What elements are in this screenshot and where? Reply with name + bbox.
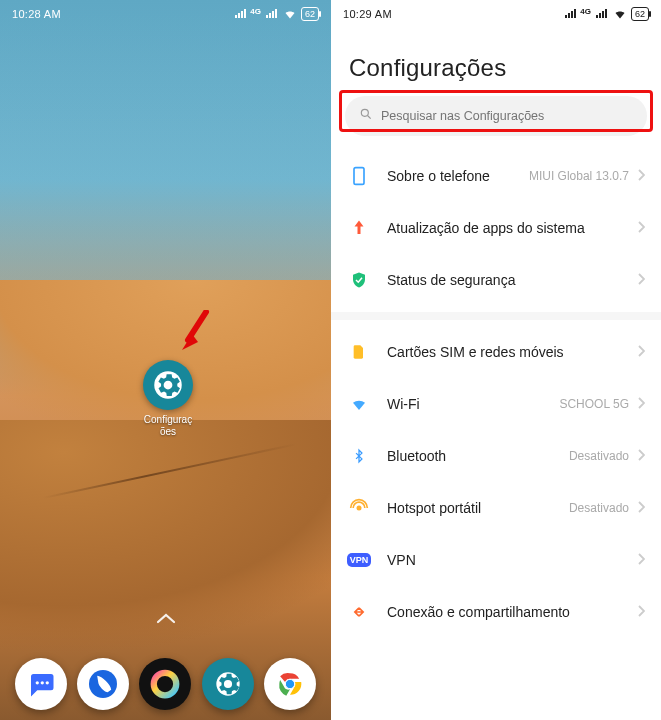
dock-settings[interactable] bbox=[202, 658, 254, 710]
row-value: Desativado bbox=[569, 449, 629, 463]
arrow-up-icon bbox=[345, 214, 373, 242]
row-label: Cartões SIM e redes móveis bbox=[387, 343, 564, 361]
sim-icon bbox=[345, 338, 373, 366]
vpn-icon: VPN bbox=[345, 546, 373, 574]
row-label: Sobre o telefone bbox=[387, 167, 490, 185]
dock-phone[interactable] bbox=[77, 658, 129, 710]
row-system-update[interactable]: Atualização de apps do sistema bbox=[331, 202, 661, 254]
dock-gallery[interactable] bbox=[139, 658, 191, 710]
chevron-right-icon bbox=[637, 499, 645, 517]
signal2-icon bbox=[595, 9, 609, 19]
gear-icon bbox=[143, 360, 193, 410]
settings-search[interactable] bbox=[345, 96, 647, 136]
status-icons-right: 4G 62 bbox=[564, 7, 649, 21]
shield-check-icon bbox=[345, 266, 373, 294]
chevron-right-icon bbox=[637, 219, 645, 237]
row-label: Conexão e compartilhamento bbox=[387, 603, 570, 621]
row-bluetooth[interactable]: Bluetooth Desativado bbox=[331, 430, 661, 482]
chevron-right-icon bbox=[637, 551, 645, 569]
row-security-status[interactable]: Status de segurança bbox=[331, 254, 661, 306]
battery-icon: 62 bbox=[631, 7, 649, 21]
row-vpn[interactable]: VPN VPN bbox=[331, 534, 661, 586]
page-title: Configurações bbox=[331, 28, 661, 96]
annotation-arrow bbox=[178, 310, 210, 358]
row-value: Desativado bbox=[569, 501, 629, 515]
chevron-right-icon bbox=[637, 271, 645, 289]
dock-chrome[interactable] bbox=[264, 658, 316, 710]
bluetooth-icon bbox=[345, 442, 373, 470]
row-connection-sharing[interactable]: Conexão e compartilhamento bbox=[331, 586, 661, 638]
row-label: VPN bbox=[387, 551, 416, 569]
svg-point-10 bbox=[361, 109, 368, 116]
chevron-right-icon bbox=[637, 447, 645, 465]
dock bbox=[0, 658, 331, 710]
search-icon bbox=[359, 107, 373, 125]
row-label: Hotspot portátil bbox=[387, 499, 481, 517]
dock-messages[interactable] bbox=[15, 658, 67, 710]
row-value: SCHOOL 5G bbox=[559, 397, 629, 411]
row-label: Wi-Fi bbox=[387, 395, 420, 413]
svg-point-12 bbox=[357, 506, 362, 511]
drawer-chevron-icon[interactable] bbox=[156, 610, 176, 628]
statusbar-right: 10:29 AM 4G 62 bbox=[331, 0, 661, 28]
share-icon bbox=[345, 598, 373, 626]
hotspot-icon bbox=[345, 494, 373, 522]
chevron-right-icon bbox=[637, 395, 645, 413]
settings-search-input[interactable] bbox=[381, 109, 633, 123]
signal-icon bbox=[564, 9, 578, 19]
list-separator bbox=[331, 312, 661, 320]
svg-point-3 bbox=[46, 681, 49, 684]
row-label: Bluetooth bbox=[387, 447, 446, 465]
chevron-right-icon bbox=[637, 603, 645, 621]
network-4g-label: 4G bbox=[580, 7, 591, 16]
svg-point-2 bbox=[41, 681, 44, 684]
battery-icon: 62 bbox=[301, 7, 319, 21]
row-about-phone[interactable]: Sobre o telefone MIUI Global 13.0.7 bbox=[331, 150, 661, 202]
app-settings-label: Configurações bbox=[144, 414, 192, 438]
chevron-right-icon bbox=[637, 343, 645, 361]
row-hotspot[interactable]: Hotspot portátil Desativado bbox=[331, 482, 661, 534]
wifi-icon bbox=[345, 390, 373, 418]
phone-outline-icon bbox=[345, 162, 373, 190]
row-sim-networks[interactable]: Cartões SIM e redes móveis bbox=[331, 326, 661, 378]
row-label: Atualização de apps do sistema bbox=[387, 219, 585, 237]
row-wifi[interactable]: Wi-Fi SCHOOL 5G bbox=[331, 378, 661, 430]
chevron-right-icon bbox=[637, 167, 645, 185]
row-label: Status de segurança bbox=[387, 271, 515, 289]
status-time-right: 10:29 AM bbox=[343, 8, 392, 20]
app-settings[interactable]: Configurações bbox=[138, 360, 198, 438]
settings-list: Sobre o telefone MIUI Global 13.0.7 Atua… bbox=[331, 146, 661, 642]
svg-point-1 bbox=[36, 681, 39, 684]
row-value: MIUI Global 13.0.7 bbox=[529, 169, 629, 183]
svg-rect-11 bbox=[354, 168, 364, 185]
homescreen: 10:28 AM 4G 62 Configurações bbox=[0, 0, 331, 720]
wifi-status-icon bbox=[613, 8, 627, 20]
settings-screen: 10:29 AM 4G 62 Configurações Sobre o tel… bbox=[331, 0, 661, 720]
svg-point-5 bbox=[154, 673, 177, 696]
